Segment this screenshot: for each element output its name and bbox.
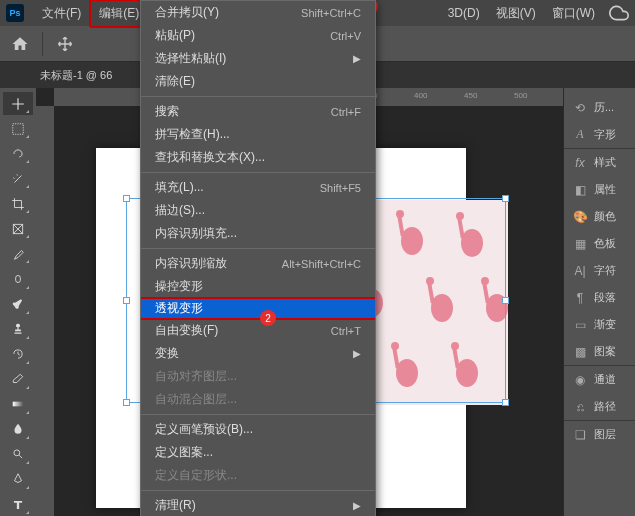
menu-item-label: 定义图案... xyxy=(155,444,213,461)
menu-item[interactable]: 变换▶ xyxy=(141,342,375,365)
menu-item[interactable]: 操控变形 xyxy=(141,275,375,298)
panel-glyphs[interactable]: A字形 xyxy=(564,121,635,148)
marquee-tool[interactable] xyxy=(3,117,33,140)
wand-tool[interactable] xyxy=(3,167,33,190)
history-brush-tool[interactable] xyxy=(3,343,33,366)
eyedropper-tool[interactable] xyxy=(3,242,33,265)
handle-tl[interactable] xyxy=(123,195,130,202)
annotation-badge-2: 2 xyxy=(260,310,276,326)
swatch-icon: ▦ xyxy=(572,237,588,251)
panel-properties[interactable]: ◧属性 xyxy=(564,176,635,203)
menu-item[interactable]: 粘贴(P)Ctrl+V xyxy=(141,24,375,47)
right-panels: ⟲历... A字形 fx样式 ◧属性 🎨颜色 ▦色板 A|字符 ¶段落 ▭渐变 … xyxy=(563,88,635,516)
menu-item[interactable]: 填充(L)...Shift+F5 xyxy=(141,176,375,199)
menu-item-label: 选择性粘贴(I) xyxy=(155,50,226,67)
menu-item[interactable]: 选择性粘贴(I)▶ xyxy=(141,47,375,70)
handle-tr[interactable] xyxy=(502,195,509,202)
menu-item-label: 内容识别填充... xyxy=(155,225,237,242)
panel-paths[interactable]: ⎌路径 xyxy=(564,393,635,420)
menu-shortcut: Ctrl+T xyxy=(331,325,361,337)
panel-channels[interactable]: ◉通道 xyxy=(564,366,635,393)
menu-item[interactable]: 查找和替换文本(X)... xyxy=(141,146,375,169)
para-icon: ¶ xyxy=(572,291,588,305)
menu-item[interactable]: 拼写检查(H)... xyxy=(141,123,375,146)
stamp-tool[interactable] xyxy=(3,318,33,341)
brush-tool[interactable] xyxy=(3,293,33,316)
panel-label: 通道 xyxy=(594,372,616,387)
panel-label: 属性 xyxy=(594,182,616,197)
handle-mr[interactable] xyxy=(502,297,509,304)
menu-3d[interactable]: 3D(D) xyxy=(440,2,488,24)
ruler-tick: 400 xyxy=(414,91,427,100)
lasso-tool[interactable] xyxy=(3,142,33,165)
menu-item[interactable]: 定义图案... xyxy=(141,441,375,464)
panel-label: 样式 xyxy=(594,155,616,170)
panel-color[interactable]: 🎨颜色 xyxy=(564,203,635,230)
edit-menu-dropdown: 合并拷贝(Y)Shift+Ctrl+C粘贴(P)Ctrl+V选择性粘贴(I)▶清… xyxy=(140,0,376,516)
props-icon: ◧ xyxy=(572,183,588,197)
panel-layers[interactable]: ❏图层 xyxy=(564,421,635,448)
heal-tool[interactable] xyxy=(3,267,33,290)
menu-item[interactable]: 自由变换(F)Ctrl+T xyxy=(141,319,375,342)
menu-window[interactable]: 窗口(W) xyxy=(544,1,603,26)
menu-item[interactable]: 清除(E) xyxy=(141,70,375,93)
menu-shortcut: Alt+Shift+Ctrl+C xyxy=(282,258,361,270)
crop-tool[interactable] xyxy=(3,192,33,215)
panel-swatches[interactable]: ▦色板 xyxy=(564,230,635,257)
menu-shortcut: Ctrl+V xyxy=(330,30,361,42)
eraser-tool[interactable] xyxy=(3,368,33,391)
menu-item[interactable]: 描边(S)... xyxy=(141,199,375,222)
menu-item-label: 合并拷贝(Y) xyxy=(155,4,219,21)
menu-item-label: 自由变换(F) xyxy=(155,322,218,339)
handle-ml[interactable] xyxy=(123,297,130,304)
menu-item[interactable]: 合并拷贝(Y)Shift+Ctrl+C xyxy=(141,1,375,24)
menu-item-label: 填充(L)... xyxy=(155,179,204,196)
menu-item[interactable]: 内容识别缩放Alt+Shift+Ctrl+C xyxy=(141,252,375,275)
svg-rect-0 xyxy=(13,123,24,134)
menu-item[interactable]: 搜索Ctrl+F xyxy=(141,100,375,123)
menu-file[interactable]: 文件(F) xyxy=(34,1,89,26)
dodge-tool[interactable] xyxy=(3,443,33,466)
menu-item-label: 定义画笔预设(B)... xyxy=(155,421,253,438)
menu-item-label: 清理(R) xyxy=(155,497,196,514)
menu-item-label: 透视变形 xyxy=(155,300,203,317)
menu-item: 定义自定形状... xyxy=(141,464,375,487)
menu-item[interactable]: 定义画笔预设(B)... xyxy=(141,418,375,441)
gradient-tool[interactable] xyxy=(3,393,33,416)
panel-paragraph[interactable]: ¶段落 xyxy=(564,284,635,311)
menu-item: 自动对齐图层... xyxy=(141,365,375,388)
document-tab[interactable]: 未标题-1 @ 66 xyxy=(40,68,112,83)
panel-label: 字符 xyxy=(594,263,616,278)
panel-styles[interactable]: fx样式 xyxy=(564,149,635,176)
move-tool[interactable] xyxy=(3,92,33,115)
menu-shortcut: Shift+Ctrl+C xyxy=(301,7,361,19)
menu-item[interactable]: 内容识别填充... xyxy=(141,222,375,245)
char-icon: A| xyxy=(572,264,588,278)
panel-gradient[interactable]: ▭渐变 xyxy=(564,311,635,338)
blur-tool[interactable] xyxy=(3,418,33,441)
handle-bl[interactable] xyxy=(123,399,130,406)
menu-shortcut: Shift+F5 xyxy=(320,182,361,194)
ruler-tick: 500 xyxy=(514,91,527,100)
menu-view[interactable]: 视图(V) xyxy=(488,1,544,26)
cloud-icon[interactable] xyxy=(609,3,629,23)
panel-pattern[interactable]: ▩图案 xyxy=(564,338,635,365)
panel-label: 颜色 xyxy=(594,209,616,224)
panel-history[interactable]: ⟲历... xyxy=(564,94,635,121)
pen-tool[interactable] xyxy=(3,468,33,491)
menu-item[interactable]: 清理(R)▶ xyxy=(141,494,375,516)
submenu-arrow-icon: ▶ xyxy=(353,500,361,511)
menu-item-label: 操控变形 xyxy=(155,278,203,295)
panel-label: 图案 xyxy=(594,344,616,359)
panel-label: 历... xyxy=(594,100,614,115)
frame-tool[interactable] xyxy=(3,217,33,240)
handle-br[interactable] xyxy=(502,399,509,406)
type-tool[interactable] xyxy=(3,493,33,516)
menu-item[interactable]: 透视变形 xyxy=(141,297,375,320)
menu-item-label: 搜索 xyxy=(155,103,179,120)
channel-icon: ◉ xyxy=(572,373,588,387)
home-icon[interactable] xyxy=(8,32,32,56)
panel-label: 段落 xyxy=(594,290,616,305)
move-tool-icon[interactable] xyxy=(53,32,77,56)
panel-character[interactable]: A|字符 xyxy=(564,257,635,284)
